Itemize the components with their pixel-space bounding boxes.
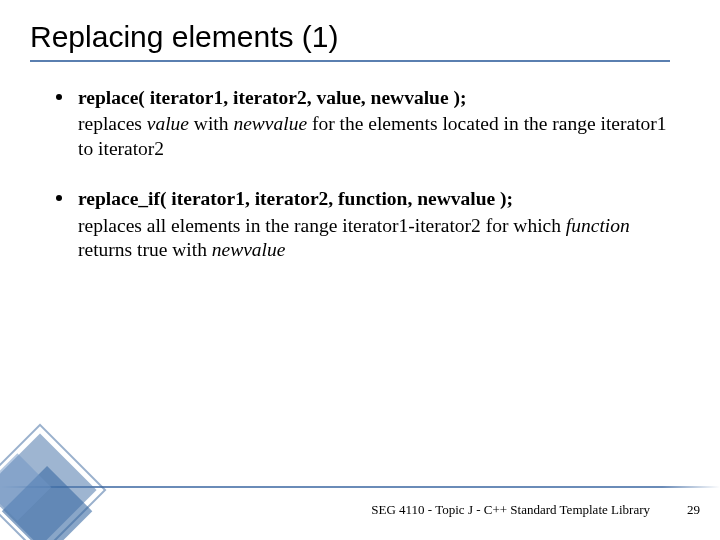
bullet-item: replace_if( iterator1, iterator2, functi… <box>78 187 670 262</box>
footer-divider <box>0 486 720 488</box>
desc-italic: newvalue <box>233 113 307 134</box>
footer-text: SEG 4110 - Topic J - C++ Standard Templa… <box>371 502 650 518</box>
desc-text: returns true with <box>78 239 212 260</box>
desc-text: replaces all elements in the range itera… <box>78 215 566 236</box>
function-description: replaces value with newvalue for the ele… <box>78 112 670 161</box>
function-description: replaces all elements in the range itera… <box>78 214 670 263</box>
svg-rect-0 <box>0 433 97 540</box>
bullet-dot-icon <box>56 94 62 100</box>
bullet-dot-icon <box>56 195 62 201</box>
title-underline <box>30 60 670 62</box>
desc-italic: newvalue <box>212 239 286 260</box>
function-signature: replace( iterator1, iterator2, value, ne… <box>78 86 670 110</box>
desc-italic: value <box>147 113 189 134</box>
slide-title: Replacing elements (1) <box>30 20 690 54</box>
slide: Replacing elements (1) replace( iterator… <box>0 0 720 540</box>
svg-rect-1 <box>2 466 93 540</box>
desc-italic: function <box>566 215 630 236</box>
decorative-diamond-icon <box>0 410 170 540</box>
bullet-item: replace( iterator1, iterator2, value, ne… <box>78 86 670 161</box>
desc-text: with <box>189 113 233 134</box>
desc-text: replaces <box>78 113 147 134</box>
content-area: replace( iterator1, iterator2, value, ne… <box>30 86 690 262</box>
function-signature: replace_if( iterator1, iterator2, functi… <box>78 187 670 211</box>
svg-rect-3 <box>0 425 105 540</box>
page-number: 29 <box>687 502 700 518</box>
svg-rect-2 <box>0 453 51 521</box>
